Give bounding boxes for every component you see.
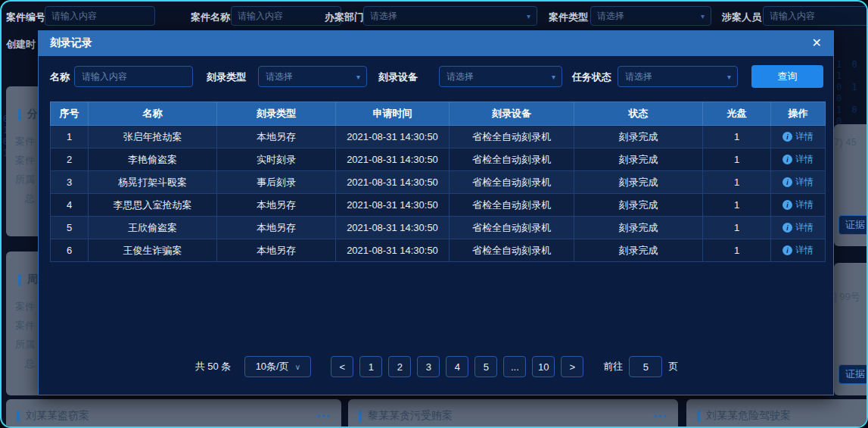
case-name-field[interactable] (238, 11, 334, 21)
case-number-input[interactable] (45, 6, 155, 26)
cell-no: 1 (51, 126, 89, 148)
evidence-button[interactable]: 证据 (838, 364, 868, 384)
next-page-button[interactable]: > (561, 356, 583, 377)
info-icon: i (782, 200, 792, 210)
cell-no: 6 (51, 239, 89, 262)
cell-action: i详情 (771, 171, 826, 194)
case-number-field[interactable] (51, 11, 148, 21)
burn-records-modal: 刻录记录 ✕ 名称 刻录类型 请选择 ▾ 刻录设备 请选择 ▾ 任务状态 请选择… (38, 30, 834, 395)
cell-time: 2021-08-31 14:30:50 (336, 126, 450, 148)
cell-status: 刻录完成 (574, 217, 703, 239)
cell-action: i详情 (771, 239, 826, 262)
info-icon: i (782, 132, 792, 142)
page-button-1[interactable]: 1 (359, 356, 382, 377)
info-icon: i (782, 245, 792, 255)
case-number-label: 案件编号 (6, 11, 45, 24)
name-filter-label: 名称 (50, 70, 70, 84)
cell-no: 5 (51, 217, 89, 239)
name-filter-field[interactable] (82, 71, 185, 82)
panel-text-fragment: ] 99号 (834, 290, 860, 304)
cell-device: 省检全自动刻录机 (450, 217, 574, 239)
cell-action: i详情 (771, 126, 826, 148)
more-options-icon[interactable]: ••• (653, 411, 667, 421)
detail-link[interactable]: i详情 (782, 244, 814, 257)
department-label: 办案部门 (325, 11, 364, 24)
personnel-field[interactable] (770, 11, 868, 21)
goto-page-input[interactable] (629, 356, 662, 377)
page-ellipsis-button[interactable]: ... (503, 356, 526, 377)
caret-down-icon: ∨ (295, 363, 300, 371)
column-header-action: 操作 (771, 102, 826, 126)
cell-device: 省检全自动刻录机 (450, 171, 574, 194)
table-row: 2李艳偷盗案实时刻录2021-08-31 14:30:50省检全自动刻录机刻录完… (51, 148, 826, 171)
cell-disc: 1 (703, 126, 771, 148)
title-bar-icon (17, 411, 20, 422)
table-row: 5王欣偷盗案本地另存2021-08-31 14:30:50省检全自动刻录机刻录完… (51, 217, 826, 239)
cell-device: 省检全自动刻录机 (450, 148, 574, 171)
cell-disc: 1 (703, 217, 771, 239)
column-header-type: 刻录类型 (217, 102, 336, 126)
cell-action: i详情 (771, 217, 826, 239)
cell-disc: 1 (703, 194, 771, 217)
detail-link[interactable]: i详情 (782, 221, 814, 234)
page-button-3[interactable]: 3 (417, 356, 440, 377)
detail-link[interactable]: i详情 (782, 130, 814, 143)
table-row: 4李思思入室抢劫案本地另存2021-08-31 14:30:50省检全自动刻录机… (51, 194, 826, 217)
burn-type-label: 刻录类型 (207, 70, 246, 84)
more-options-icon[interactable]: ••• (316, 411, 331, 421)
name-filter-input[interactable] (74, 66, 193, 87)
chevron-down-icon: ▾ (701, 12, 705, 20)
page-size-select[interactable]: 10条/页 ∨ (244, 356, 311, 377)
cell-status: 刻录完成 (574, 239, 703, 262)
cell-name: 张启年抢劫案 (89, 126, 217, 148)
close-icon[interactable]: ✕ (812, 37, 822, 49)
burn-type-select[interactable]: 请选择 ▾ (258, 66, 367, 87)
evidence-button[interactable]: 证据 (838, 215, 868, 235)
personnel-input[interactable] (763, 6, 868, 26)
cell-disc: 1 (703, 148, 771, 171)
cell-name: 李思思入室抢劫案 (89, 194, 217, 217)
column-header-time: 申请时间 (336, 102, 450, 126)
background-right-panel: 7) 45 证据 (834, 124, 868, 246)
case-type-select[interactable]: 请选择 ▾ (590, 6, 711, 26)
cell-action: i详情 (771, 194, 826, 217)
bottom-case-card: 刘某某危险驾驶案 (686, 399, 868, 428)
page-size-value: 10条/页 (256, 360, 289, 373)
app-frame: 0 1 0 1 0 1 0 1 0 1 0 0 1 0 1 0 1 0 1 0 … (0, 0, 868, 428)
case-type-select-value: 请选择 (597, 10, 624, 23)
cell-type: 本地另存 (217, 126, 336, 148)
prev-page-button[interactable]: < (331, 356, 353, 377)
cell-name: 杨晃打架斗殴案 (89, 171, 217, 194)
cell-device: 省检全自动刻录机 (450, 194, 574, 217)
cell-status: 刻录完成 (574, 171, 703, 194)
detail-link[interactable]: i详情 (782, 198, 814, 211)
detail-link[interactable]: i详情 (782, 176, 814, 189)
query-button[interactable]: 查询 (751, 65, 823, 88)
department-select[interactable]: 请选择 ▾ (363, 6, 537, 26)
title-bar-icon (18, 109, 21, 120)
chevron-down-icon: ▾ (527, 12, 530, 20)
page-button-10[interactable]: 10 (532, 356, 555, 377)
cell-time: 2021-08-31 14:30:50 (336, 194, 450, 217)
goto-page-label: 前往 (603, 360, 623, 373)
burn-device-select[interactable]: 请选择 ▾ (439, 66, 562, 87)
cell-name: 王欣偷盗案 (89, 217, 217, 239)
page-button-2[interactable]: 2 (388, 356, 411, 377)
title-bar-icon (18, 274, 21, 286)
cell-time: 2021-08-31 14:30:50 (336, 217, 450, 239)
detail-link[interactable]: i详情 (782, 153, 814, 166)
task-status-select[interactable]: 请选择 ▾ (618, 66, 738, 87)
cell-status: 刻录完成 (574, 126, 703, 148)
total-count-label: 共 50 条 (195, 360, 232, 373)
case-card-title: 刘某某盗窃案 (26, 409, 89, 423)
modal-title: 刻录记录 (50, 36, 92, 50)
cell-device: 省检全自动刻录机 (450, 126, 574, 148)
page-button-5[interactable]: 5 (474, 356, 497, 377)
page-button-4[interactable]: 4 (446, 356, 468, 377)
chevron-down-icon: ▾ (552, 73, 555, 81)
burn-device-label: 刻录设备 (378, 70, 418, 84)
case-type-label: 案件类型 (549, 11, 588, 24)
goto-page-unit: 页 (668, 360, 678, 373)
page-buttons: 12345...10 (359, 356, 555, 377)
cell-no: 2 (51, 148, 89, 171)
